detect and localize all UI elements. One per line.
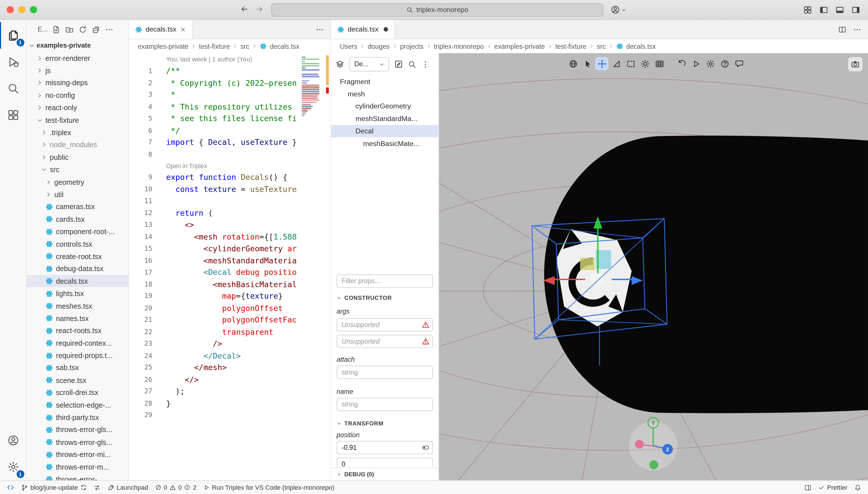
select-tool-button[interactable] [581,57,594,70]
explorer-item-create-root.tsx[interactable]: create-root.tsx [27,250,129,263]
component-select[interactable]: De... [349,57,389,72]
settings-tool-button[interactable] [703,57,717,70]
explorer-activity-button[interactable]: 1 [0,22,26,49]
explorer-item-controls.tsx[interactable]: controls.tsx [27,238,129,250]
scene-node-Decal[interactable]: Decal [331,125,438,137]
explorer-item-missing-deps[interactable]: missing-deps [27,77,129,89]
help-tool-button[interactable] [718,57,731,70]
scene-layers-icon[interactable] [335,60,345,69]
explorer-item-throws-error-...[interactable]: throws-error-... [27,473,129,480]
explorer-item-third-party.tsx[interactable]: third-party.tsx [27,411,129,424]
camera-settings-button[interactable] [848,57,863,72]
explorer-item-cameras.tsx[interactable]: cameras.tsx [27,201,129,213]
axis-x-handle[interactable] [635,440,644,449]
breadcrumb-item[interactable]: src [241,42,250,50]
tab-triplex-decals-tsx[interactable]: decals.tsx [331,20,394,39]
scene-node-meshStandardMa[interactable]: meshStandardMa... [331,112,438,125]
explorer-item-react-roots.tsx[interactable]: react-roots.tsx [27,324,129,337]
launchpad-status[interactable]: Launchpad [104,481,151,494]
explorer-item-scene.tsx[interactable]: scene.tsx [27,374,129,386]
arg-0-input[interactable] [337,318,433,331]
3d-scene[interactable]: Y Z [439,53,868,480]
minimize-window-button[interactable] [18,6,25,13]
arg-1-input[interactable] [337,335,433,348]
search-scene-icon[interactable] [408,60,416,68]
minimap[interactable] [302,57,324,118]
extensions-activity-button[interactable] [0,102,26,129]
explorer-item-js[interactable]: js [27,64,129,77]
explorer-item-.triplex[interactable]: .triplex [27,126,129,138]
position-y-input[interactable] [337,458,433,467]
explorer-item-react-only[interactable]: react-only [27,101,129,114]
compare-status[interactable] [90,481,104,494]
explorer-item-util[interactable]: util [27,188,129,201]
titlebar-search[interactable]: triplex-monorepo [271,3,603,17]
attach-input[interactable] [337,366,433,379]
breadcrumb-item[interactable]: Users [340,42,357,50]
formatter-status[interactable]: Prettier [815,481,851,494]
problems-status[interactable]: 0 0 2 [151,481,200,494]
settings-activity-button[interactable]: 1 [0,454,26,480]
axis-neg-y-handle[interactable] [649,460,658,469]
code-editor[interactable]: You, last week | 1 author (You)1/**2 * C… [129,53,330,480]
explorer-item-required-props.t...[interactable]: required-props.t... [27,349,129,362]
axis-z-label[interactable]: Z [666,446,669,452]
customize-layout-icon[interactable] [803,5,812,14]
notifications-bell[interactable] [851,481,865,494]
editor-layout-status[interactable] [801,481,815,494]
new-file-icon[interactable] [52,25,60,34]
toggle-panel-icon[interactable] [835,5,844,14]
back-icon[interactable] [240,5,248,13]
explorer-item-debug-data.tsx[interactable]: debug-data.tsx [27,263,129,275]
explorer-item-sab.tsx[interactable]: sab.tsx [27,362,129,374]
run-debug-activity-button[interactable] [0,49,26,75]
transform-section-header[interactable]: TRANSFORM [337,420,433,426]
zoom-window-button[interactable] [30,6,37,13]
translate-tool-button[interactable] [595,57,608,70]
editor-actions-icon[interactable] [315,25,324,34]
plane-handle-xy[interactable] [580,258,594,270]
explorer-root-folder[interactable]: examples-private [27,39,129,52]
explorer-item-throws-error-gls...[interactable]: throws-error-gls... [27,436,129,449]
edit-component-icon[interactable] [394,60,403,69]
explorer-item-meshes.tsx[interactable]: meshes.tsx [27,300,129,312]
light-tool-button[interactable] [639,57,651,70]
breadcrumb-item[interactable]: projects [400,42,423,50]
explorer-item-node_modules[interactable]: node_modules [27,139,129,151]
explorer-item-component-root-...[interactable]: component-root-... [27,226,129,238]
debug-section-header[interactable]: DEBUG (0) [331,468,438,480]
toggle-sidebar-icon[interactable] [819,5,828,14]
toggle-secondary-sidebar-icon[interactable] [851,5,860,14]
constructor-section-header[interactable]: CONSTRUCTOR [337,294,433,301]
explorer-item-lights.tsx[interactable]: lights.tsx [27,287,129,300]
explorer-item-throws-error-m...[interactable]: throws-error-m... [27,461,129,473]
remote-indicator[interactable] [3,481,18,494]
forward-icon[interactable] [255,5,263,13]
close-tab-icon[interactable] [180,26,186,33]
marquee-tool-button[interactable] [624,57,637,70]
breadcrumb-item[interactable]: douges [368,42,389,50]
more-actions-icon[interactable] [105,25,113,34]
explorer-item-geometry[interactable]: geometry [27,176,129,188]
close-window-button[interactable] [6,6,14,13]
grid-tool-button[interactable] [653,57,666,70]
explorer-item-throws-error-gls...[interactable]: throws-error-gls... [27,424,129,436]
name-input[interactable] [337,398,433,411]
explorer-item-public[interactable]: public [27,151,129,164]
explorer-item-scroll-drei.tsx[interactable]: scroll-drei.tsx [27,386,129,399]
breadcrumb-item[interactable]: decals.tsx [626,42,656,50]
account-activity-button[interactable] [0,427,26,454]
explorer-item-src[interactable]: src [27,164,129,176]
breadcrumb-item[interactable]: test-fixture [199,42,230,50]
breadcrumb-item[interactable]: examples-private [138,42,188,50]
explorer-item-names.tsx[interactable]: names.tsx [27,312,129,324]
breadcrumb-item[interactable]: examples-private [494,42,545,50]
3d-viewport[interactable]: Y Z [439,53,868,480]
codelens-open-in-triplex[interactable]: Open in Triplex [129,160,330,172]
explorer-item-cards.tsx[interactable]: cards.tsx [27,213,129,226]
play-tool-button[interactable] [689,57,702,70]
filter-props-input[interactable] [337,274,433,288]
collapse-all-icon[interactable] [92,25,100,34]
undo-tool-button[interactable] [675,57,688,70]
run-triplex-status[interactable]: Run Triplex for VS Code (triplex-monorep… [200,481,338,494]
